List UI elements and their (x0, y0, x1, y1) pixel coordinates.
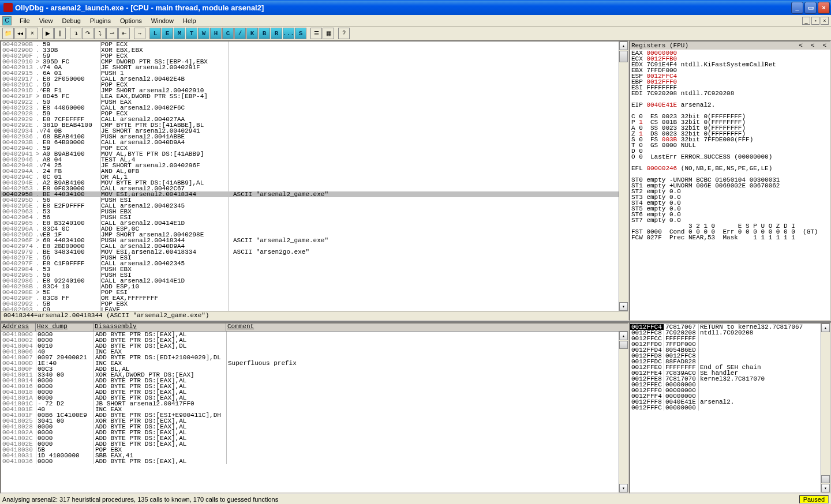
disasm-row[interactable]: 0040291D.^EB F1JMP SHORT arsenal2.004029… (1, 88, 619, 93)
disassembly-pane[interactable]: 0040290B.59POP ECX0040290D.33DBXOR EBX,E… (0, 40, 629, 321)
help-button[interactable]: ? (338, 28, 350, 39)
disasm-row[interactable]: 00402965.E8 B3240100CALL arsenal2.00414E… (1, 220, 619, 226)
disasm-row[interactable]: 0040291F>8D45 FCLEA EAX,DWORD PTR SS:[EB… (1, 93, 619, 99)
disasm-row[interactable]: 0040293B.E8 64B00000CALL arsenal2.0040D9… (1, 140, 619, 145)
execute-till-return-button[interactable]: ⇤ (118, 28, 130, 39)
trace-over-button[interactable]: ⤻ (106, 28, 118, 39)
scroll-down-button[interactable]: ▾ (619, 302, 628, 311)
disasm-row[interactable]: 00402992.5BPOP EBX (1, 301, 619, 307)
scroll-thumb[interactable] (619, 341, 628, 349)
register-line[interactable]: FCW 027F Prec NEAR,53 Mask 1 1 1 1 1 1 (631, 235, 829, 240)
dump-row[interactable]: 004180040010ADD BYTE PTR DS:[EAX],DL (1, 343, 619, 349)
disasm-row[interactable]: 00402936.68 BEAB4100PUSH arsenal2.0041AB… (1, 134, 619, 140)
dump-row[interactable]: 0041802A0000ADD BYTE PTR DS:[EAX],AL (1, 430, 619, 435)
dump-col-comment[interactable]: Comment (226, 324, 628, 331)
disasm-row[interactable]: 00402922.50PUSH EAX (1, 99, 619, 105)
mdi-restore-button[interactable]: ▫ (811, 17, 819, 25)
scroll-up-button[interactable]: ▴ (821, 324, 830, 332)
disasm-row[interactable]: 00402985.56PUSH ESI (1, 272, 619, 278)
disasm-row[interactable]: 00402948.v74 25JE SHORT arsenal2.0040296… (1, 163, 619, 168)
dump-col-address[interactable]: Address (1, 324, 36, 331)
disasm-row[interactable]: 0040294A.24 FBAND AL,0FB (1, 168, 619, 174)
toolbar-h-button[interactable]: H (210, 28, 222, 39)
toolbar-c-button[interactable]: C (222, 28, 234, 39)
reg-last-button[interactable]: < (822, 43, 826, 49)
maximize-button[interactable]: ▭ (804, 2, 817, 14)
minimize-button[interactable]: _ (791, 2, 803, 14)
register-line[interactable]: EIP 0040E41E arsenal2. (631, 102, 829, 108)
open-button[interactable]: 📁 (2, 28, 14, 39)
disasm-row[interactable]: 00402963.53PUSH EBX (1, 209, 619, 215)
disasm-row[interactable]: 0040296A.83C4 0CADD ESP,0C (1, 226, 619, 232)
pause-button[interactable]: ‖ (54, 28, 66, 39)
dump-row[interactable]: 0041802C0000ADD BYTE PTR DS:[EAX],AL (1, 435, 619, 441)
toolbar-/-button[interactable]: / (234, 28, 246, 39)
stack-pane[interactable]: 0012FFC47C817067RETURN to kernel32.7C817… (629, 322, 831, 494)
toolbar-t-button[interactable]: T (186, 28, 197, 39)
disasm-row[interactable]: 00402946.A8 04TEST AL,4 (1, 157, 619, 163)
toolbar-k-button[interactable]: K (246, 28, 258, 39)
dump-row[interactable]: 0041801E40INC EAX (1, 407, 619, 412)
rewind-button[interactable]: ◂◂ (14, 28, 26, 39)
dump-row[interactable]: 004180360000ADD BYTE PTR DS:[EAX],AL (1, 458, 619, 464)
dump-row[interactable]: 0041802E0000ADD BYTE PTR DS:[EAX],AL (1, 441, 619, 447)
menu-file[interactable]: File (15, 16, 35, 25)
disasm-row[interactable]: 0040295E.E8 E2F9FFFFCALL arsenal2.004023… (1, 203, 619, 209)
run-button[interactable]: ▶ (42, 28, 54, 39)
disasm-row[interactable]: 00402934.v74 0BJE SHORT arsenal2.0040294… (1, 128, 619, 134)
dump-row[interactable]: 004180113340 00XOR EAX,DWORD PTR DS:[EAX… (1, 372, 619, 378)
toolbar-m-button[interactable]: M (174, 28, 185, 39)
dump-pane[interactable]: Address Hex dump Disassembly Comment 004… (0, 322, 629, 494)
goto-button[interactable]: → (134, 28, 145, 39)
disasm-row[interactable]: 0040298F.83C8 FFOR EAX,FFFFFFFF (1, 295, 619, 301)
disasm-row[interactable]: 00402974.E8 2BD00000CALL arsenal2.0040D9… (1, 243, 619, 249)
dump-row[interactable]: 004180070097 29400021ADD BYTE PTR DS:[ED… (1, 355, 619, 360)
toolbar-e-button[interactable]: E (162, 28, 173, 39)
disasm-row[interactable]: 00402929.E8 7CFEFFFFCALL arsenal2.004027… (1, 116, 619, 122)
disasm-row[interactable]: 00402941>A0 B9AB4100MOV AL,BYTE PTR DS:[… (1, 151, 619, 157)
disasm-row[interactable]: 0040298E>5EPOP ESI (1, 289, 619, 295)
menu-plugins[interactable]: Plugins (85, 16, 115, 25)
disasm-row[interactable]: 0040295D.56PUSH ESI (1, 197, 619, 203)
scroll-up-button[interactable]: ▴ (619, 332, 628, 340)
options-button[interactable]: ☰ (310, 28, 322, 39)
dump-row[interactable]: 004180000000ADD BYTE PTR DS:[EAX],AL (1, 332, 619, 337)
disasm-row[interactable]: 0040290F.59POP ECX (1, 53, 619, 59)
disasm-row[interactable]: 00402940.59POP ECX (1, 145, 619, 151)
disasm-row[interactable]: 00402915.6A 01PUSH 1 (1, 70, 619, 76)
disasm-row[interactable]: 0040290D.33DBXOR EBX,EBX (1, 47, 619, 53)
appearance-button[interactable]: ▦ (323, 28, 334, 39)
mdi-close-button[interactable]: × (821, 17, 829, 25)
scroll-thumb[interactable] (821, 475, 830, 483)
disasm-row[interactable]: 0040297F.E8 C1F9FFFFCALL arsenal2.004023… (1, 261, 619, 266)
dump-row[interactable]: 004180160000ADD BYTE PTR DS:[EAX],AL (1, 383, 619, 389)
reg-next-button[interactable]: < (811, 43, 815, 49)
disasm-row[interactable]: 0040294C.0C 01OR AL,1 (1, 174, 619, 180)
dump-row[interactable]: 004180180000ADD BYTE PTR DS:[EAX],AL (1, 389, 619, 395)
scroll-up-button[interactable]: ▴ (619, 42, 628, 50)
disasm-row[interactable]: 00402910>395D FCCMP DWORD PTR SS:[EBP-4]… (1, 59, 619, 65)
registers-header[interactable]: Registers (FPU) < < < (630, 42, 830, 50)
menu-help[interactable]: Help (178, 16, 201, 25)
register-line[interactable]: EDI 7C920208 ntdll.7C920208 (631, 91, 829, 96)
stack-row[interactable]: 0012FFFC00000000 (630, 405, 821, 411)
disasm-row[interactable]: 00402917.E8 2F050000CALL arsenal2.00402E… (1, 76, 619, 82)
disasm-row[interactable]: 0040298B.83C4 10ADD ESP,10 (1, 284, 619, 289)
dump-row[interactable]: 0041801C- 72 D2JB SHORT arsenal2.00417FF… (1, 401, 619, 407)
dump-col-hex[interactable]: Hex dump (36, 324, 93, 331)
close-button[interactable]: × (818, 2, 830, 14)
dump-row[interactable]: 004180253041 00XOR BYTE PTR DS:[ECX],AL (1, 418, 619, 424)
disasm-row[interactable]: 0040296F>68 44834100PUSH arsenal2.004183… (1, 238, 619, 243)
disasm-row[interactable]: 00402958.BE 44834100MOV ESI,arsenal2.004… (1, 191, 619, 197)
trace-into-button[interactable]: ⤵ (94, 28, 106, 39)
dump-header[interactable]: Address Hex dump Disassembly Comment (1, 324, 628, 332)
registers-pane[interactable]: Registers (FPU) < < < EAX 00000000ECX 00… (629, 40, 831, 321)
toolbar-w-button[interactable]: W (198, 28, 209, 39)
toolbar-s-button[interactable]: S (295, 28, 306, 39)
dump-row[interactable]: 0041800D1E:40INC EAXSuperfluous prefix (1, 360, 619, 366)
disasm-row[interactable]: 0040291C.59POP ECX (1, 82, 619, 88)
disasm-row[interactable]: 00402993.C9LEAVE (1, 307, 619, 311)
step-into-button[interactable]: ↴ (70, 28, 81, 39)
dump-row[interactable]: 004180305BPOP EBX (1, 447, 619, 453)
register-line[interactable]: O 0 LastErr ERROR_SUCCESS (00000000) (631, 154, 829, 160)
